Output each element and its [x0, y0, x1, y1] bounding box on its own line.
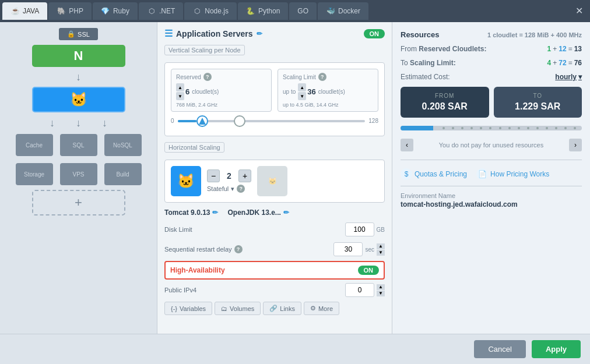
pricing-icon: 📄: [476, 168, 488, 180]
to-cost-card: TO 1.229 SAR: [494, 87, 582, 118]
restart-delay-info[interactable]: ?: [234, 245, 243, 253]
stateful-dropdown[interactable]: Stateful ▾ ?: [207, 185, 251, 193]
tomcat-version-label: Tomcat 9.0.13 ✏: [164, 208, 218, 217]
tab-ruby[interactable]: 💎 Ruby: [93, 2, 138, 20]
slider-thumb-reserved[interactable]: [196, 115, 208, 127]
from-reserved-total: 13: [574, 45, 582, 53]
reserved-decrement[interactable]: ▼: [176, 92, 184, 100]
cost-cards: FROM 0.208 SAR TO 1.229 SAR: [401, 87, 582, 118]
variables-icon: {-}: [171, 305, 177, 312]
nosql-node[interactable]: NoSQL: [104, 134, 142, 156]
tab-variables[interactable]: {-} Variables: [164, 302, 212, 315]
disk-limit-input[interactable]: [345, 222, 374, 236]
tab-docker[interactable]: 🐳 Docker: [318, 2, 368, 20]
tomcat-edit-icon[interactable]: ✏: [212, 208, 218, 217]
tab-go[interactable]: GO: [289, 2, 317, 20]
scaling-limit-info-icon[interactable]: ?: [318, 73, 326, 81]
restart-delay-input[interactable]: [333, 242, 363, 256]
reserved-info-icon[interactable]: ?: [203, 73, 212, 81]
tab-docker-label: Docker: [338, 7, 360, 15]
node-increment[interactable]: +: [238, 169, 251, 182]
horizontal-scaling-label: Horizontal Scaling: [164, 142, 224, 153]
carousel-next[interactable]: ›: [569, 139, 582, 151]
links-row: $ Quotas & Pricing 📄 How Pricing Works: [401, 168, 582, 180]
unused-text: You do not pay for unused resources: [413, 142, 569, 149]
cancel-button[interactable]: Cancel: [474, 340, 525, 358]
tab-net[interactable]: ⬡ .NET: [139, 2, 183, 20]
scaling-limit-sub: up to 4.5 GiB, 14.4 GHz: [283, 102, 373, 108]
ssl-button[interactable]: 🔒 SSL: [59, 28, 98, 40]
edit-icon[interactable]: ✏: [257, 30, 262, 38]
tab-java-label: JAVA: [23, 7, 39, 15]
to-scaling-label: To Scaling Limit:: [401, 59, 456, 67]
ipv4-row: Public IPv4 ▲ ▼: [164, 283, 385, 297]
pricing-link[interactable]: 📄 How Pricing Works: [476, 168, 549, 180]
openjdk-edit-icon[interactable]: ✏: [283, 208, 289, 217]
apply-button[interactable]: Apply: [532, 340, 581, 358]
ipv4-input[interactable]: [345, 283, 374, 297]
small-nodes-row: Cache SQL NoSQL: [16, 134, 142, 156]
reserved-increment[interactable]: ▲: [176, 83, 184, 91]
svg-marker-0: [199, 118, 206, 125]
python-icon: 🐍: [246, 6, 255, 16]
ipv4-decrement[interactable]: ▼: [377, 291, 385, 296]
content-area: 🔒 SSL N ↓ 🐱 ↓ ↓ ↓ Cache SQL: [0, 22, 590, 334]
ipv4-spinner: ▲ ▼: [377, 284, 385, 296]
ha-label: High-Availability: [170, 266, 225, 274]
cache-node[interactable]: Cache: [16, 134, 53, 156]
tomcat-node[interactable]: 🐱: [32, 87, 125, 112]
quotas-link[interactable]: $ Quotas & Pricing: [401, 168, 467, 180]
scaling-limit-decrement[interactable]: ▼: [298, 92, 306, 100]
carousel-prev[interactable]: ‹: [401, 139, 413, 151]
slider-thumb-limit[interactable]: [234, 115, 245, 127]
quotas-icon: $: [401, 168, 412, 180]
disk-limit-row: Disk Limit GB: [164, 221, 385, 238]
dot-14: [564, 127, 567, 129]
build-label: Build: [116, 171, 129, 178]
tab-nodejs[interactable]: ⬡ Node.js: [184, 2, 237, 20]
tab-python[interactable]: 🐍 Python: [238, 2, 288, 20]
tab-java[interactable]: ☕ JAVA: [2, 2, 47, 20]
scaling-slider-row: 0 128: [171, 118, 378, 124]
nginx-node[interactable]: N: [32, 45, 125, 67]
dot-13: [555, 127, 557, 129]
scaling-limit-increment[interactable]: ▲: [298, 83, 306, 91]
scaling-slider[interactable]: [178, 120, 366, 122]
tab-go-label: GO: [297, 7, 308, 15]
vps-node[interactable]: VPS: [60, 163, 97, 185]
restart-delay-decrement[interactable]: ▼: [377, 250, 385, 256]
vertical-scaling-label: Vertical Scaling per Node: [164, 45, 245, 55]
ipv4-increment[interactable]: ▲: [377, 284, 385, 290]
storage-node[interactable]: Storage: [16, 163, 53, 185]
add-node-button[interactable]: +: [32, 190, 125, 215]
app-server-toggle[interactable]: ON: [364, 29, 385, 38]
scaling-limit-unit: cloudlet(s): [318, 89, 345, 95]
tab-more[interactable]: ⚙ More: [304, 302, 339, 315]
build-node[interactable]: Build: [104, 163, 142, 185]
docker-icon: 🐳: [326, 6, 335, 16]
up-to-label: up to: [283, 89, 296, 95]
ha-toggle[interactable]: ON: [358, 266, 380, 275]
estimated-cost-row: Estimated Cost: hourly ▾: [401, 73, 582, 81]
add-icon: +: [75, 195, 82, 210]
stateful-info[interactable]: ?: [237, 185, 245, 193]
hourly-dropdown[interactable]: hourly ▾: [555, 73, 582, 81]
env-name-value: tomcat-hosting.jed.wafaicloud.com: [401, 200, 582, 208]
variables-label: Variables: [180, 305, 206, 312]
tab-links[interactable]: 🔗 Links: [263, 302, 301, 315]
to-scaling-sep1: +: [553, 59, 557, 67]
sql-node[interactable]: SQL: [60, 134, 97, 156]
node-decrement[interactable]: −: [207, 169, 220, 182]
reserved-box: Reserved ? ▲ ▼ 6 cloudlet(s): [171, 69, 272, 112]
node-count-control: − 2 +: [207, 169, 251, 182]
tab-php[interactable]: 🐘 PHP: [48, 2, 92, 20]
reserved-label: Reserved: [176, 74, 201, 80]
panel-header: ☰ Application Servers ✏ ON: [164, 28, 385, 39]
progress-fill: [401, 126, 433, 130]
tab-bar: ☕ JAVA 🐘 PHP 💎 Ruby ⬡ .NET ⬡ Node.js 🐍 P…: [0, 0, 590, 22]
middle-panel: ☰ Application Servers ✏ ON Vertical Scal…: [157, 22, 392, 334]
close-button[interactable]: ✕: [571, 0, 588, 22]
tab-volumes[interactable]: 🗂 Volumes: [215, 302, 261, 315]
restart-delay-increment[interactable]: ▲: [377, 243, 385, 249]
down-arrow-4: ↓: [102, 117, 107, 129]
